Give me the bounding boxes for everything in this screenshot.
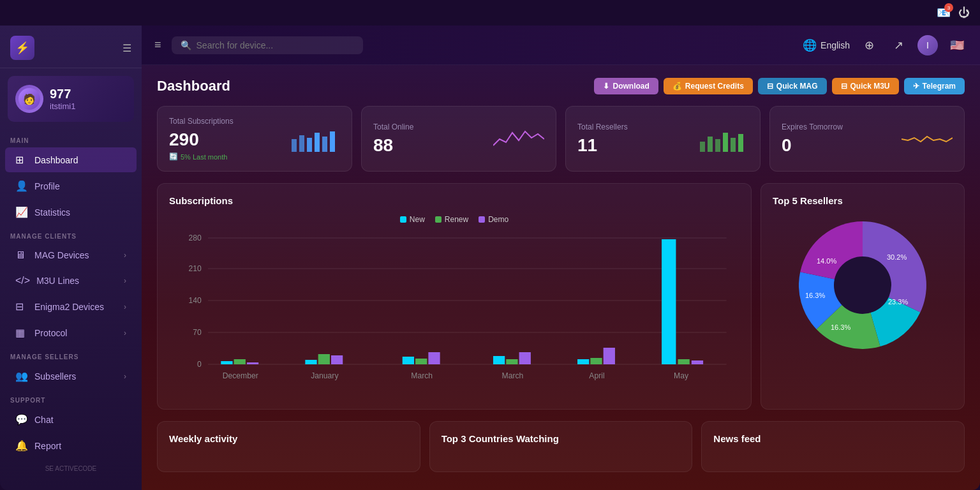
pie-label-5: 14.0% xyxy=(817,257,836,265)
sidebar-item-chat[interactable]: 💬 Chat xyxy=(5,407,137,432)
svg-rect-33 xyxy=(519,352,531,364)
enigma2-icon: ⊟ xyxy=(15,301,28,313)
chevron-right-icon: › xyxy=(124,302,126,311)
stat-card-resellers: Total Resellers 11 xyxy=(565,106,761,172)
svg-text:April: April xyxy=(589,371,604,380)
request-credits-button[interactable]: 💰 Request Credits xyxy=(664,78,753,94)
sidebar-header: ⚡ ☰ xyxy=(0,26,142,68)
language-selector[interactable]: 🌐 English xyxy=(803,38,850,52)
sidebar-item-m3u-lines[interactable]: </> M3U Lines › xyxy=(5,269,137,293)
power-icon[interactable]: ⏻ xyxy=(958,6,970,20)
sidebar-item-label: Chat xyxy=(34,415,54,425)
svg-text:210: 210 xyxy=(188,264,202,273)
sidebar-item-subsellers[interactable]: 👥 Subsellers › xyxy=(5,364,137,389)
chat-icon: 💬 xyxy=(15,413,28,426)
pie-chart-svg xyxy=(799,221,926,349)
legend-renew: Renew xyxy=(435,215,468,224)
svg-rect-30 xyxy=(428,352,440,364)
bottom-row: Weekly activity Top 3 Countries Watching… xyxy=(157,421,965,472)
sidebar-item-label: Report xyxy=(34,441,61,451)
svg-rect-4 xyxy=(322,137,327,152)
share-icon[interactable]: ↗ xyxy=(888,35,909,56)
chart-title: News feed xyxy=(713,433,953,444)
search-input[interactable] xyxy=(197,40,354,50)
pie-label-4: 16.3% xyxy=(805,292,825,299)
sidebar-item-statistics[interactable]: 📈 Statistics xyxy=(5,200,137,225)
sidebar-item-mag-devices[interactable]: 🖥 MAG Devices › xyxy=(5,243,137,267)
svg-text:March: March xyxy=(411,371,433,380)
svg-rect-32 xyxy=(506,359,517,364)
legend-dot xyxy=(400,216,406,223)
svg-rect-39 xyxy=(692,360,703,364)
credits-icon: 💰 xyxy=(672,82,682,91)
chart-title: Top 3 Countries Watching xyxy=(442,433,681,444)
svg-rect-24 xyxy=(247,362,258,364)
download-button[interactable]: ⬇ Download xyxy=(594,78,658,94)
top3-countries-card: Top 3 Countries Watching xyxy=(429,421,693,472)
sidebar-item-label: Enigma2 Devices xyxy=(34,302,104,312)
section-label-main: MAIN xyxy=(0,130,142,147)
sidebar-item-report[interactable]: 🔔 Report xyxy=(5,433,137,458)
header-right: 🌐 English ⊕ ↗ I 🇺🇸 xyxy=(803,35,967,56)
header-actions: ⬇ Download 💰 Request Credits ⊟ Quick MAG… xyxy=(594,78,965,94)
quick-mag-button[interactable]: ⊟ Quick MAG xyxy=(758,78,827,94)
sidebar-item-dashboard[interactable]: ⊞ Dashboard xyxy=(5,147,137,172)
svg-point-46 xyxy=(834,256,891,314)
stat-sparkline xyxy=(289,126,340,152)
stat-card-online: Total Online 88 xyxy=(361,106,556,172)
quick-m3u-button[interactable]: ⊟ Quick M3U xyxy=(832,78,899,94)
top5-resellers-card: Top 5 Resellers xyxy=(761,183,965,410)
language-label: English xyxy=(820,40,850,50)
news-feed-card: News feed xyxy=(701,421,965,472)
charts-row: Subscriptions New Renew Demo xyxy=(157,183,965,410)
stat-value: 0 xyxy=(782,135,843,156)
svg-rect-25 xyxy=(305,360,316,364)
svg-rect-29 xyxy=(415,359,427,364)
page-content: Dashboard ⬇ Download 💰 Request Credits ⊟… xyxy=(142,65,980,490)
trend-icon: 🔄 xyxy=(169,152,178,161)
svg-rect-37 xyxy=(662,239,676,364)
telegram-icon: ✈ xyxy=(913,82,919,91)
svg-rect-11 xyxy=(738,134,743,152)
svg-rect-5 xyxy=(330,131,335,152)
mail-icon[interactable]: 📧 3 xyxy=(937,6,951,20)
svg-rect-0 xyxy=(292,139,297,152)
globe-icon: 🌐 xyxy=(803,38,817,52)
legend-demo: Demo xyxy=(479,215,509,224)
chart-legend: New Renew Demo xyxy=(169,215,739,224)
sidebar-item-label: Subsellers xyxy=(34,371,76,382)
sidebar-item-enigma2[interactable]: ⊟ Enigma2 Devices › xyxy=(5,294,137,319)
protocol-icon: ▦ xyxy=(15,327,28,339)
stats-row: Total Subscriptions 290 🔄 5% Last month xyxy=(157,106,965,172)
main-content: ≡ 🔍 🌐 English ⊕ ↗ I 🇺🇸 Dashboard xyxy=(142,26,980,490)
sidebar-item-label: Profile xyxy=(34,181,60,191)
svg-rect-34 xyxy=(577,359,589,364)
svg-rect-8 xyxy=(715,139,720,152)
chart-title: Subscriptions xyxy=(169,195,739,206)
subscriptions-chart-card: Subscriptions New Renew Demo xyxy=(157,183,752,410)
user-card: 🧑 977 itstimi1 xyxy=(8,76,134,122)
chevron-right-icon: › xyxy=(124,372,126,381)
svg-rect-28 xyxy=(403,357,414,364)
sidebar-item-protocol[interactable]: ▦ Protocol › xyxy=(5,320,137,345)
mag-icon: 🖥 xyxy=(15,249,28,261)
svg-text:May: May xyxy=(674,371,689,380)
sidebar-toggle-icon[interactable]: ☰ xyxy=(122,42,131,54)
pie-label-3: 16.3% xyxy=(831,323,850,331)
stat-value: 11 xyxy=(577,135,628,156)
logo: ⚡ xyxy=(10,36,34,60)
user-avatar-header[interactable]: I xyxy=(917,35,938,56)
search-icon: 🔍 xyxy=(181,40,191,50)
pie-label-1: 30.2% xyxy=(887,253,907,261)
legend-dot xyxy=(435,216,442,223)
search-box[interactable]: 🔍 xyxy=(172,36,363,54)
telegram-button[interactable]: ✈ Telegram xyxy=(904,78,965,94)
sidebar-item-profile[interactable]: 👤 Profile xyxy=(5,174,137,198)
dashboard-icon: ⊞ xyxy=(15,154,28,166)
stat-sparkline xyxy=(493,126,544,152)
page-title: Dashboard xyxy=(157,78,230,94)
svg-rect-27 xyxy=(331,355,343,364)
crosshair-icon[interactable]: ⊕ xyxy=(859,35,879,56)
hamburger-icon[interactable]: ≡ xyxy=(154,38,161,52)
stat-label: Total Resellers xyxy=(577,122,628,131)
